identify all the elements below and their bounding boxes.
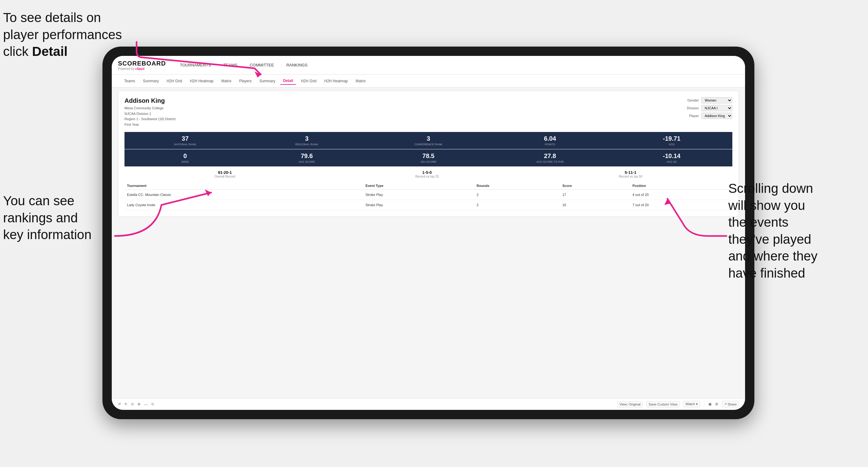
table-row: Lady Coyote Invite Stroke Play 2 16 7 ou… xyxy=(124,200,732,210)
annotation-top-left: To see details on player performances cl… xyxy=(3,9,133,60)
annotation-bottom-left: You can seerankings andkey information xyxy=(3,192,121,243)
stat-label-points: Points xyxy=(492,143,608,146)
toolbar-save-custom[interactable]: Save Custom View xyxy=(646,401,680,407)
gender-select[interactable]: Women xyxy=(701,97,732,103)
annotation-top-left-text: To see details on player performances cl… xyxy=(3,10,122,59)
subnav-matrix[interactable]: Matrix xyxy=(218,77,235,85)
record-row: 91-20-1 Overall Record 1-5-0 Record vs t… xyxy=(124,170,732,178)
stat-value-sos: -19.71 xyxy=(614,135,730,142)
stat-label-avg-score-par: Avg Score to Par xyxy=(492,160,608,163)
subnav-h2h-heatmap2[interactable]: H2H Heatmap xyxy=(321,77,351,85)
nav-committee[interactable]: COMMITTEE xyxy=(248,63,275,67)
toolbar-redo[interactable]: ↻ xyxy=(124,402,127,406)
toolbar-icon3[interactable]: — xyxy=(144,402,148,406)
nav-rankings[interactable]: RANKINGS xyxy=(285,63,309,67)
stat-value-adj-score: 78.5 xyxy=(370,152,487,160)
toolbar-watch[interactable]: Watch ▾ xyxy=(683,401,700,407)
tournament-position-2: 7 out of 20 xyxy=(630,200,732,210)
tablet-frame: SCOREBOARD Powered by clippd TOURNAMENTS… xyxy=(102,46,754,419)
subnav-matrix2[interactable]: Matrix xyxy=(353,77,369,85)
annotation-right: Scrolling downwill show youthe eventsthe… xyxy=(728,180,865,282)
stat-value-national-rank: 37 xyxy=(127,135,243,142)
record-label-top25: Record vs top 25 xyxy=(415,175,439,178)
app-container: SCOREBOARD Powered by clippd TOURNAMENTS… xyxy=(112,56,745,410)
stat-label-wins: Wins xyxy=(127,160,243,163)
nav-teams[interactable]: TEAMS xyxy=(222,63,239,67)
col-score: Score xyxy=(560,182,630,190)
stat-label-avg-sg: Avg SG xyxy=(614,160,730,163)
division-label: Division xyxy=(687,106,699,110)
stats-grid-row2: 0 Wins 79.6 Avg Score 78.5 Adj Score 2 xyxy=(124,149,732,166)
toolbar-icon2[interactable]: ⊕ xyxy=(137,402,140,406)
annotation-bottom-left-text: You can seerankings andkey information xyxy=(3,193,92,242)
stat-regional-rank: 3 Regional Rank xyxy=(246,132,368,149)
player-select[interactable]: Addison King xyxy=(701,113,732,119)
player-region: Region 1 - Southwest (18) District xyxy=(124,117,176,122)
stat-value-wins: 0 xyxy=(127,152,243,160)
stats-grid-row1: 37 National Rank 3 Regional Rank 3 Confe… xyxy=(124,132,732,149)
record-label-overall: Overall Record xyxy=(215,175,235,178)
stat-label-regional-rank: Regional Rank xyxy=(249,143,365,146)
record-label-top50: Record vs top 50 xyxy=(619,175,642,178)
view-original-label: View: Original xyxy=(620,402,641,406)
subnav-detail[interactable]: Detail xyxy=(280,77,297,85)
subnav-h2h-grid2[interactable]: H2H Grid xyxy=(298,77,319,85)
filter-division: Division NJCAA I xyxy=(687,105,732,111)
toolbar-icon1[interactable]: ⊙ xyxy=(131,402,134,406)
share-label: Share xyxy=(728,402,737,406)
stat-label-national-rank: National Rank xyxy=(127,143,243,146)
subnav-h2h-grid[interactable]: H2H Grid xyxy=(164,77,185,85)
tournament-table: Tournament Event Type Rounds Score Posit… xyxy=(124,182,732,210)
tournament-rounds-1: 2 xyxy=(474,190,560,200)
col-tournament: Tournament xyxy=(124,182,363,190)
share-icon: ↗ xyxy=(724,402,727,406)
tournament-score-1: 17 xyxy=(560,190,630,200)
division-select[interactable]: NJCAA I xyxy=(701,105,732,111)
toolbar-view-original[interactable]: View: Original xyxy=(617,401,643,407)
tournament-position-1: 4 out of 20 xyxy=(630,190,732,200)
watch-label: Watch ▾ xyxy=(685,402,698,406)
toolbar-icon6[interactable]: ⊞ xyxy=(715,402,718,406)
stat-value-avg-sg: -10.14 xyxy=(614,152,730,160)
toolbar-share[interactable]: ↗ Share xyxy=(722,401,739,407)
tablet-screen: SCOREBOARD Powered by clippd TOURNAMENTS… xyxy=(112,56,745,410)
bottom-toolbar: ↺ ↻ ⊙ ⊕ — ⊙ View: Original Save Custom V… xyxy=(112,398,745,410)
record-value-top50: 5-11-1 xyxy=(619,170,642,175)
record-overall: 91-20-1 Overall Record xyxy=(215,170,235,178)
toolbar-icon5[interactable]: ▣ xyxy=(708,402,712,406)
record-top25: 1-5-0 Record vs top 25 xyxy=(415,170,439,178)
subnav-summary[interactable]: Summary xyxy=(140,77,162,85)
stat-adj-score: 78.5 Adj Score xyxy=(368,149,489,166)
subnav-teams[interactable]: Teams xyxy=(121,77,138,85)
player-label: Player xyxy=(689,114,699,118)
stat-wins: 0 Wins xyxy=(124,149,246,166)
logo-brand: clippd xyxy=(135,67,144,70)
col-rounds: Rounds xyxy=(474,182,560,190)
tournament-event-type-1: Stroke Play xyxy=(363,190,474,200)
subnav-players[interactable]: Players xyxy=(236,77,254,85)
nav-tournaments[interactable]: TOURNAMENTS xyxy=(178,63,212,67)
stat-points: 6.04 Points xyxy=(489,132,611,149)
sub-nav: Teams Summary H2H Grid H2H Heatmap Matri… xyxy=(112,74,745,88)
subnav-h2h-heatmap[interactable]: H2H Heatmap xyxy=(187,77,217,85)
logo-area: SCOREBOARD Powered by clippd xyxy=(118,60,166,70)
filter-gender: Gender Women xyxy=(687,97,732,103)
player-name: Addison King xyxy=(124,97,176,104)
annotation-detail-bold: Detail xyxy=(32,44,67,59)
tournament-name-1: Estella CC- Mountain Classic xyxy=(124,190,363,200)
record-value-overall: 91-20-1 xyxy=(215,170,235,175)
logo-scoreboard: SCOREBOARD xyxy=(118,60,166,67)
player-header: Addison King Mesa Community College NJCA… xyxy=(124,97,732,127)
stat-value-conference-rank: 3 xyxy=(370,135,487,142)
col-event-type: Event Type xyxy=(363,182,474,190)
player-panel: Addison King Mesa Community College NJCA… xyxy=(118,91,739,217)
stat-value-points: 6.04 xyxy=(492,135,608,142)
subnav-summary2[interactable]: Summary xyxy=(256,77,278,85)
toolbar-icon4[interactable]: ⊙ xyxy=(151,402,154,406)
stat-conference-rank: 3 Conference Rank xyxy=(368,132,489,149)
toolbar-divider1: | xyxy=(704,402,705,406)
top-nav: SCOREBOARD Powered by clippd TOURNAMENTS… xyxy=(112,56,745,74)
toolbar-undo[interactable]: ↺ xyxy=(118,402,121,406)
tournament-event-type-2: Stroke Play xyxy=(363,200,474,210)
save-custom-label: Save Custom View xyxy=(649,402,677,406)
